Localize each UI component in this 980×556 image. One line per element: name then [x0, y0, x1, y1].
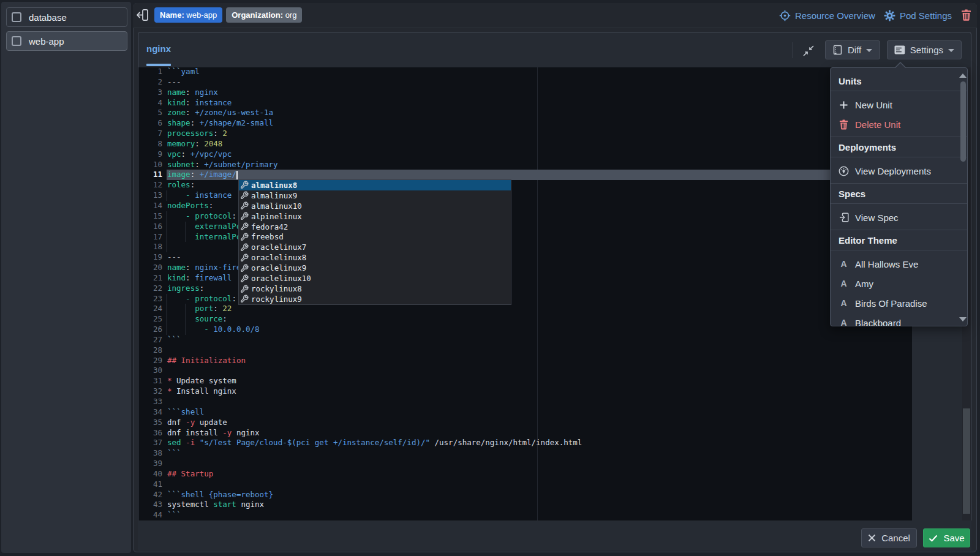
book-icon	[832, 45, 843, 55]
sidebar-item-web-app[interactable]: web-app	[6, 31, 127, 51]
autocomplete-option-almalinux10[interactable]: almalinux10	[239, 201, 511, 211]
line-number: 5	[138, 108, 167, 118]
code-line-41	[167, 479, 912, 490]
code-line-27: ```	[167, 335, 912, 345]
line-number: 24	[138, 304, 167, 314]
compress-icon	[802, 45, 815, 56]
line-number: 4	[138, 98, 167, 108]
menu-item-all-hallows-eve[interactable]: AAll Hallows Eve	[831, 254, 967, 274]
autocomplete-option-rockylinux9[interactable]: rockylinux9	[239, 294, 511, 304]
menu-item-view-spec[interactable]: View Spec	[831, 208, 967, 227]
editor-scrollbar-thumb[interactable]	[963, 408, 970, 514]
menu-item-new-unit[interactable]: New Unit	[831, 95, 967, 115]
menu-item-label: Amy	[855, 279, 873, 289]
close-icon	[868, 534, 876, 542]
font-icon: A	[840, 259, 846, 269]
app: databaseweb-app Name: web-app Organizati…	[0, 0, 980, 556]
line-number: 15	[138, 211, 167, 222]
settings-button[interactable]: Settings	[887, 40, 962, 59]
line-number: 17	[138, 232, 167, 242]
resource-overview-label: Resource Overview	[795, 10, 875, 21]
line-number: 16	[138, 222, 167, 232]
code-line-9: vpc: +/vpc/vpc	[167, 149, 912, 160]
menu-scrollbar-thumb[interactable]	[960, 81, 966, 162]
card-footer: Cancel Save	[138, 520, 971, 550]
autocomplete-option-almalinux9[interactable]: almalinux9	[239, 190, 511, 201]
autocomplete-option-label: almalinux9	[251, 191, 297, 200]
checkbox[interactable]	[12, 36, 21, 46]
diff-button[interactable]: Diff	[825, 40, 880, 59]
menu-scroll-up-icon[interactable]	[959, 73, 967, 78]
line-number: 40	[138, 469, 167, 479]
autocomplete-option-fedora42[interactable]: fedora42	[239, 222, 511, 232]
code-line-25: source:	[167, 314, 912, 325]
autocomplete-option-freebsd[interactable]: freebsd	[239, 232, 511, 242]
line-number: 9	[138, 149, 167, 160]
autocomplete-option-almalinux8[interactable]: almalinux8	[239, 180, 511, 190]
code-line-39	[167, 459, 912, 469]
autocomplete-option-label: rockylinux8	[251, 284, 302, 293]
save-button-label: Save	[943, 533, 964, 543]
menu-section-header: Deployments	[831, 137, 967, 157]
indent-guide	[167, 222, 167, 232]
resource-overview-link[interactable]: Resource Overview	[779, 3, 875, 28]
article-icon	[894, 45, 905, 54]
code-line-38: ```	[167, 448, 912, 459]
pod-settings-label: Pod Settings	[900, 10, 952, 21]
wrench-icon	[240, 181, 249, 189]
indent-guide	[167, 211, 167, 222]
check-icon	[929, 535, 938, 542]
save-button[interactable]: Save	[923, 528, 970, 547]
autocomplete-option-rockylinux8[interactable]: rockylinux8	[239, 284, 511, 294]
line-number: 22	[138, 284, 167, 294]
line-number: 1	[138, 67, 167, 77]
line-number-gutter: 1234567891011121314151617181920212223242…	[138, 67, 167, 520]
wrench-icon	[240, 222, 249, 231]
code-line-32: * Install nginx	[167, 386, 912, 397]
delete-pod-button[interactable]	[961, 9, 971, 21]
line-number: 27	[138, 335, 167, 345]
code-line-43: systemctl start nginx	[167, 500, 912, 510]
code-editor[interactable]: 1234567891011121314151617181920212223242…	[138, 67, 912, 520]
menu-item-label: New Unit	[855, 100, 892, 110]
pod-settings-link[interactable]: Pod Settings	[884, 3, 952, 28]
line-number: 7	[138, 129, 167, 139]
autocomplete-option-alpinelinux[interactable]: alpinelinux	[239, 211, 511, 222]
plus-icon	[839, 100, 849, 110]
collapse-sidebar-button[interactable]	[137, 9, 148, 21]
tab-active-indicator	[146, 64, 171, 66]
tab-nginx[interactable]: nginx	[146, 32, 171, 66]
checkbox[interactable]	[12, 12, 21, 22]
toolbar-separator	[793, 42, 793, 58]
autocomplete-option-oraclelinux10[interactable]: oraclelinux10	[239, 273, 511, 284]
indent-guide	[167, 304, 167, 314]
code-line-44: ```	[167, 510, 912, 520]
collapse-left-icon	[137, 9, 148, 21]
menu-item-delete-unit[interactable]: Delete Unit	[831, 115, 967, 134]
autocomplete-option-oraclelinux7[interactable]: oraclelinux7	[239, 242, 511, 252]
cancel-button[interactable]: Cancel	[861, 528, 917, 547]
code-line-28	[167, 345, 912, 356]
menu-item-amy[interactable]: AAmy	[831, 274, 967, 293]
tabbar: nginx Diff	[138, 32, 971, 67]
code-line-11: image: +/image/	[167, 170, 912, 180]
menu-item-view-deployments[interactable]: View Deployments	[831, 161, 967, 181]
autocomplete-option-label: oraclelinux9	[251, 263, 306, 272]
autocomplete-popup: almalinux8almalinux9almalinux10alpinelin…	[238, 179, 511, 305]
font-icon: A	[840, 298, 846, 308]
sidebar-item-database[interactable]: database	[6, 7, 127, 27]
indent-guide	[167, 325, 167, 335]
line-number: 30	[138, 366, 167, 376]
autocomplete-option-label: oraclelinux8	[251, 253, 306, 262]
line-number: 36	[138, 428, 167, 438]
menu-item-birds-of-paradise[interactable]: ABirds Of Paradise	[831, 293, 967, 313]
menu-item-label: All Hallows Eve	[855, 259, 918, 269]
collapse-editor-button[interactable]	[802, 45, 815, 56]
line-number: 25	[138, 314, 167, 325]
menu-section-header: Editor Theme	[831, 230, 967, 250]
autocomplete-option-oraclelinux9[interactable]: oraclelinux9	[239, 263, 511, 273]
autocomplete-option-oraclelinux8[interactable]: oraclelinux8	[239, 252, 511, 263]
menu-scroll-down-icon[interactable]	[959, 317, 967, 321]
name-badge-value: web-app	[184, 10, 217, 20]
menu-item-blackboard[interactable]: ABlackboard	[831, 313, 967, 326]
